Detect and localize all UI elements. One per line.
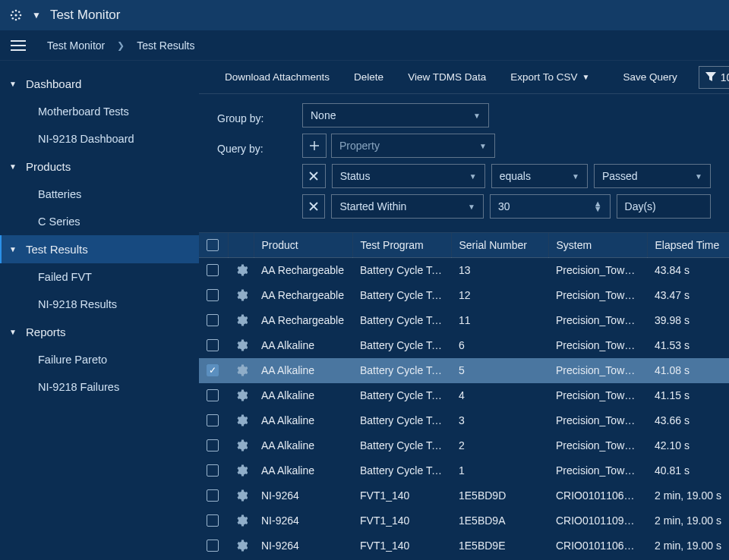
query-field-select[interactable]: Status ▼ <box>332 164 485 188</box>
row-checkbox[interactable] <box>207 439 219 451</box>
table-row[interactable]: AA RechargeableBattery Cycle Test.seq11P… <box>199 308 729 333</box>
row-gear-icon[interactable] <box>235 264 246 276</box>
row-gear-icon[interactable] <box>235 540 246 552</box>
row-checkbox[interactable] <box>207 364 219 376</box>
view-tdms-button[interactable]: View TDMS Data <box>397 67 497 87</box>
cell-elapsed: 40.81 s <box>647 458 729 483</box>
table-row[interactable]: AA AlkalineBattery Cycle Test.seq3Precis… <box>199 408 729 433</box>
sidebar-item-failed-fvt[interactable]: Failed FVT <box>0 263 199 291</box>
row-checkbox[interactable] <box>207 489 219 502</box>
filter-count-button[interactable]: 100 <box>699 66 729 89</box>
cell-serial: 5 <box>451 358 548 383</box>
query-unit-select[interactable]: Day(s) <box>617 194 711 219</box>
query-row: Status ▼ equals ▼ Passed ▼ <box>302 164 711 188</box>
row-gear-icon[interactable] <box>235 464 246 477</box>
cell-serial: 6 <box>451 333 548 358</box>
remove-query-row-button[interactable] <box>302 194 325 219</box>
column-header-elapsed[interactable]: Elapsed Time <box>647 233 729 258</box>
sidebar-group-dashboard[interactable]: ▼Dashboard <box>0 70 199 98</box>
brand-icon <box>9 8 23 22</box>
row-checkbox[interactable] <box>207 339 219 351</box>
table-row[interactable]: AA AlkalineBattery Cycle Test.seq5Precis… <box>199 358 729 383</box>
query-amount-value: 30 <box>498 200 510 212</box>
cell-test-program: FVT1_140 <box>352 483 451 508</box>
column-header-test-program[interactable]: Test Program <box>352 233 451 258</box>
table-row[interactable]: AA AlkalineBattery Cycle Test.seq4Precis… <box>199 383 729 408</box>
cell-product: AA Alkaline <box>254 433 352 458</box>
results-table: Product Test Program Serial Number Syste… <box>199 233 729 558</box>
query-amount-input[interactable]: 30 ▲▼ <box>490 194 611 219</box>
query-field-select[interactable]: Started Within ▼ <box>331 194 483 219</box>
spinner-arrows-icon[interactable]: ▲▼ <box>594 201 602 212</box>
sidebar-item-failure-pareto[interactable]: Failure Pareto <box>0 346 199 373</box>
table-row[interactable]: NI-9264FVT1_1401E5BD9DCRIO0101106NIH2 mi… <box>199 483 729 508</box>
row-gear-icon[interactable] <box>235 489 246 502</box>
sidebar-group-label: Products <box>26 160 71 173</box>
cell-test-program: Battery Cycle Test.seq <box>352 258 451 283</box>
cell-serial: 13 <box>451 258 548 283</box>
row-gear-icon[interactable] <box>235 289 246 301</box>
row-gear-icon[interactable] <box>235 414 246 426</box>
add-query-row-button[interactable] <box>302 134 327 158</box>
column-header-system[interactable]: System <box>548 233 647 258</box>
row-gear-icon[interactable] <box>235 514 246 527</box>
row-checkbox[interactable] <box>207 314 219 326</box>
cell-test-program: Battery Cycle Test.seq <box>352 333 451 358</box>
row-gear-icon[interactable] <box>235 389 246 401</box>
query-property-select[interactable]: Property ▼ <box>331 134 495 158</box>
column-header-serial[interactable]: Serial Number <box>451 233 548 258</box>
query-row: Started Within ▼ 30 ▲▼ Day(s) <box>302 194 711 219</box>
row-gear-icon[interactable] <box>235 339 246 351</box>
query-op-select[interactable]: equals ▼ <box>491 164 588 188</box>
row-checkbox[interactable] <box>207 264 219 276</box>
cell-test-program: Battery Cycle Test.seq <box>352 408 451 433</box>
sidebar-item-batteries[interactable]: Batteries <box>0 181 199 208</box>
table-row[interactable]: AA RechargeableBattery Cycle Test.seq13P… <box>199 258 729 283</box>
table-row[interactable]: AA AlkalineBattery Cycle Test.seq1Precis… <box>199 458 729 483</box>
sidebar-item-ni-9218-results[interactable]: NI-9218 Results <box>0 291 199 318</box>
sidebar-item-motherboard-tests[interactable]: Motherboard Tests <box>0 98 199 125</box>
table-row[interactable]: AA AlkalineBattery Cycle Test.seq2Precis… <box>199 433 729 458</box>
row-gear-icon[interactable] <box>235 314 246 326</box>
cell-serial: 11 <box>451 308 548 333</box>
select-all-checkbox[interactable] <box>207 239 219 251</box>
breadcrumb-leaf[interactable]: Test Results <box>137 39 194 52</box>
table-row[interactable]: AA AlkalineBattery Cycle Test.seq6Precis… <box>199 333 729 358</box>
row-checkbox[interactable] <box>207 464 219 477</box>
table-row[interactable]: AA RechargeableBattery Cycle Test.seq12P… <box>199 283 729 308</box>
row-gear-icon[interactable] <box>235 364 246 376</box>
save-query-button[interactable]: Save Query <box>612 67 687 87</box>
breadcrumb-root[interactable]: Test Monitor <box>47 39 105 52</box>
row-gear-icon[interactable] <box>235 439 246 451</box>
download-attachments-button[interactable]: Download Attachments <box>214 67 340 87</box>
row-checkbox[interactable] <box>207 540 219 552</box>
remove-query-row-button[interactable] <box>302 164 326 188</box>
delete-button[interactable]: Delete <box>343 67 394 87</box>
sidebar-group-test-results[interactable]: ▼Test Results <box>0 235 199 263</box>
column-header-product[interactable]: Product <box>254 233 352 258</box>
row-checkbox[interactable] <box>207 389 219 401</box>
app-menu-chevron-icon[interactable]: ▼ <box>32 10 41 20</box>
table-row[interactable]: NI-9264FVT1_1401E5BD9ACRIO0101109NIH2 mi… <box>199 508 729 533</box>
row-checkbox[interactable] <box>207 289 219 301</box>
sidebar-item-ni-9218-failures[interactable]: NI-9218 Failures <box>0 373 199 401</box>
select-all-header[interactable] <box>199 233 228 258</box>
sidebar-item-ni-9218-dashboard[interactable]: NI-9218 Dashboard <box>0 125 199 153</box>
cell-elapsed: 43.66 s <box>647 408 729 433</box>
cell-system: Precision_Tower_58 <box>548 383 647 408</box>
cell-system: Precision_Tower_58 <box>548 283 647 308</box>
breadcrumb-bar: Test Monitor ❯ Test Results <box>0 30 729 61</box>
query-value-select[interactable]: Passed ▼ <box>594 164 711 188</box>
cell-system: CRIO0101106NIH <box>548 533 647 558</box>
row-checkbox[interactable] <box>207 514 219 527</box>
query-property-placeholder: Property <box>339 140 380 152</box>
group-by-select[interactable]: None ▼ <box>302 103 489 127</box>
sidebar-group-reports[interactable]: ▼Reports <box>0 318 199 346</box>
export-csv-button[interactable]: Export To CSV ▼ <box>500 67 600 87</box>
table-row[interactable]: NI-9264FVT1_1401E5BD9ECRIO0101106NIH2 mi… <box>199 533 729 558</box>
menu-toggle-icon[interactable] <box>9 36 27 55</box>
sidebar-item-c-series[interactable]: C Series <box>0 208 199 235</box>
row-checkbox[interactable] <box>207 414 219 426</box>
sidebar-group-products[interactable]: ▼Products <box>0 153 199 181</box>
query-by-label: Query by: <box>217 137 278 155</box>
